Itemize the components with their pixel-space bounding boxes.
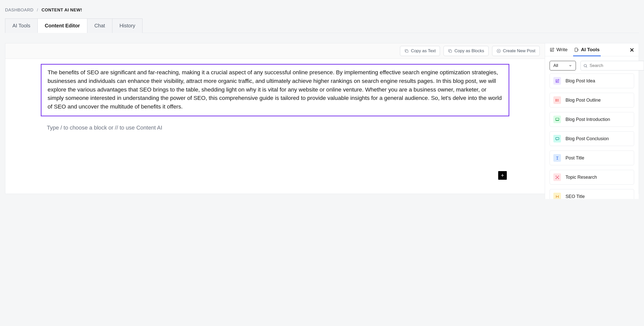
search-input[interactable]	[590, 61, 643, 70]
svg-rect-0	[406, 50, 408, 52]
search-input-wrap[interactable]: /	[580, 61, 644, 70]
svg-rect-5	[575, 48, 577, 51]
editor-body[interactable]: The benefits of SEO are significant and …	[5, 59, 545, 197]
close-sidebar-button[interactable]: ✕	[630, 47, 634, 56]
tool-blog-post-introduction[interactable]: Blog Post Introduction	[550, 112, 634, 127]
tool-label: Blog Post Idea	[566, 78, 595, 84]
create-new-post-label: Create New Post	[503, 48, 536, 53]
main-tabs: AI Tools Content Editor Chat History	[5, 18, 639, 33]
tab-history[interactable]: History	[112, 19, 143, 33]
tool-label: Topic Research	[566, 175, 597, 180]
create-new-post-button[interactable]: Create New Post	[492, 46, 540, 56]
tab-ai-tools[interactable]: AI Tools	[5, 19, 38, 33]
copy-as-blocks-button[interactable]: Copy as Blocks	[444, 46, 488, 56]
svg-line-7	[586, 66, 587, 67]
chevron-down-icon	[569, 64, 572, 67]
chat-icon	[553, 135, 561, 142]
tool-topic-research[interactable]: Topic Research	[550, 170, 634, 185]
plus-icon: +	[501, 172, 504, 179]
breadcrumb-root[interactable]: DASHBOARD	[5, 8, 33, 12]
tool-icon	[574, 47, 579, 52]
svg-point-8	[556, 99, 556, 99]
tool-label: Blog Post Outline	[566, 98, 601, 103]
main-panel: Copy as Text Copy as Blocks Create New P…	[5, 43, 639, 194]
editor-area: Copy as Text Copy as Blocks Create New P…	[5, 43, 545, 199]
tool-blog-post-idea[interactable]: Blog Post Idea	[550, 74, 634, 88]
sidebar-tabs: Write AI Tools ✕	[545, 43, 639, 56]
breadcrumb: DASHBOARD / CONTENT AI NEW!	[0, 0, 644, 13]
copy-as-blocks-label: Copy as Blocks	[454, 48, 484, 53]
svg-rect-14	[556, 118, 559, 120]
svg-point-10	[556, 100, 556, 100]
copy-as-text-button[interactable]: Copy as Text	[400, 46, 440, 56]
editor-placeholder-line[interactable]: Type / to choose a block or // to use Co…	[41, 124, 509, 132]
svg-rect-16	[556, 137, 559, 140]
copy-icon	[448, 49, 452, 53]
search-icon	[583, 64, 588, 68]
tool-seo-title[interactable]: SEO Title	[550, 189, 634, 199]
ai-tools-list: Blog Post Idea Blog Post Outline Blog Po…	[545, 74, 639, 199]
copy-icon	[404, 49, 409, 53]
tab-chat[interactable]: Chat	[87, 19, 112, 33]
tool-blog-post-conclusion[interactable]: Blog Post Conclusion	[550, 131, 634, 146]
edit-icon	[553, 77, 561, 85]
sidebar-tab-write[interactable]: Write	[550, 47, 568, 56]
svg-point-20	[557, 177, 558, 178]
content-block-selected[interactable]: The benefits of SEO are significant and …	[41, 64, 509, 116]
add-block-button[interactable]: +	[498, 171, 507, 180]
sidebar: Write AI Tools ✕ All /	[545, 43, 639, 199]
editor-footer: RM Content Editor	[5, 197, 545, 199]
svg-rect-1	[449, 50, 452, 52]
tab-content-editor[interactable]: Content Editor	[37, 19, 87, 33]
svg-point-6	[584, 64, 587, 67]
copy-as-text-label: Copy as Text	[411, 48, 436, 53]
editor-toolbar: Copy as Text Copy as Blocks Create New P…	[5, 43, 545, 59]
close-icon: ✕	[630, 47, 634, 53]
svg-point-12	[556, 101, 556, 101]
breadcrumb-current: CONTENT AI NEW!	[42, 8, 82, 12]
sidebar-tab-ai-tools[interactable]: AI Tools	[574, 47, 600, 56]
text-icon	[553, 154, 561, 162]
sidebar-tab-ai-tools-label: AI Tools	[581, 47, 600, 52]
plus-circle-icon	[496, 49, 501, 53]
tool-label: Post Title	[566, 155, 584, 161]
filter-dropdown[interactable]: All	[550, 61, 576, 70]
filter-selected-label: All	[553, 63, 558, 68]
scan-icon	[553, 173, 561, 181]
heading-icon	[553, 193, 561, 199]
list-icon	[553, 96, 561, 104]
monitor-icon	[553, 116, 561, 123]
tool-label: Blog Post Introduction	[566, 117, 610, 122]
tool-post-title[interactable]: Post Title	[550, 151, 634, 165]
tool-label: SEO Title	[566, 194, 585, 199]
tool-blog-post-outline[interactable]: Blog Post Outline	[550, 93, 634, 107]
sidebar-tab-write-label: Write	[556, 47, 568, 52]
breadcrumb-separator: /	[37, 8, 38, 12]
tool-label: Blog Post Conclusion	[566, 136, 609, 141]
edit-icon	[550, 47, 554, 52]
sidebar-filters: All /	[545, 56, 639, 74]
